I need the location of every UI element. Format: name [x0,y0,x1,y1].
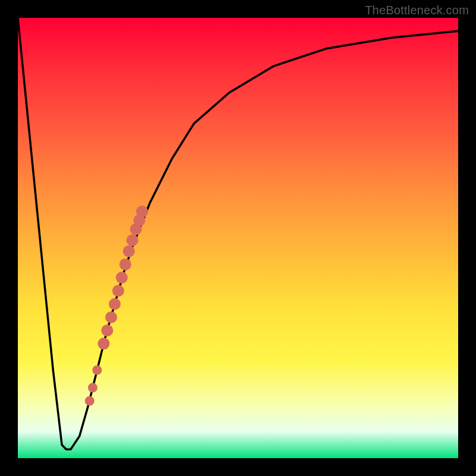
highlight-dots-group [85,206,148,406]
curve-svg [18,18,458,458]
highlight-dot [105,311,117,323]
highlight-dot [126,234,138,246]
highlight-dot [120,258,131,270]
highlight-dot [101,324,113,336]
highlight-dot [123,245,135,257]
highlight-dot [109,298,121,310]
plot-area [18,18,458,458]
highlight-dot [92,365,102,375]
chart-frame: TheBottleneck.com [0,0,476,476]
watermark-text: TheBottleneck.com [365,4,469,17]
bottleneck-curve [18,18,458,449]
highlight-dot [85,396,95,406]
highlight-dot [136,206,148,218]
highlight-dot [112,285,124,297]
highlight-dot [98,338,109,350]
highlight-dot [88,383,98,393]
highlight-dot [116,272,128,284]
